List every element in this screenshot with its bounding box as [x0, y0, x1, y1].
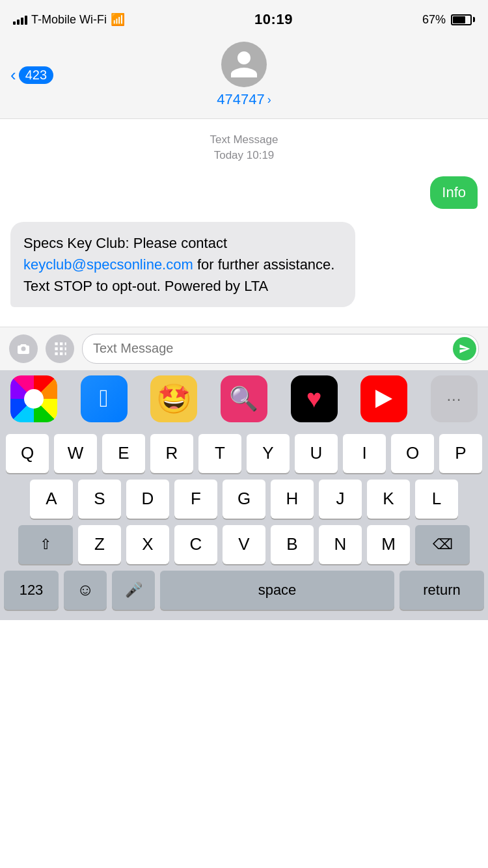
contact-info[interactable]: 474747 › — [217, 42, 271, 108]
photos-app-icon[interactable] — [10, 375, 57, 422]
keyboard-row-3: ⇧ Z X C V B N M ⌫ — [4, 525, 484, 564]
key-o[interactable]: O — [391, 434, 434, 473]
status-left: T-Mobile Wi-Fi 📶 — [13, 12, 125, 27]
battery-percent: 67% — [422, 13, 446, 27]
key-y[interactable]: Y — [247, 434, 290, 473]
navigation-header: ‹ 423 474747 › — [0, 35, 488, 119]
text-input-wrap — [82, 334, 479, 364]
key-w[interactable]: W — [54, 434, 97, 473]
appstore-icon:  — [100, 385, 109, 413]
key-a[interactable]: A — [30, 480, 73, 519]
key-e[interactable]: E — [102, 434, 145, 473]
key-n[interactable]: N — [319, 525, 362, 564]
back-count-badge: 423 — [19, 66, 53, 84]
carrier-label: T-Mobile Wi-Fi — [31, 13, 107, 27]
wifi-icon: 📶 — [111, 12, 125, 27]
signal-bars — [13, 14, 27, 25]
message-input[interactable] — [82, 334, 479, 364]
message-date: Text Message Today 10:19 — [10, 132, 478, 163]
person-icon — [228, 48, 260, 81]
sent-message-wrap: Info — [10, 176, 478, 209]
appstore-app-icon[interactable]:  — [81, 375, 128, 422]
back-chevron-icon: ‹ — [10, 65, 16, 85]
apps-icon — [51, 340, 68, 357]
status-bar: T-Mobile Wi-Fi 📶 10:19 67% — [0, 0, 488, 35]
key-r[interactable]: R — [150, 434, 193, 473]
search-app-icon[interactable]: 🔍 — [221, 375, 267, 422]
contact-number[interactable]: 474747 › — [217, 91, 271, 108]
keyboard-row-4: 123 ☺ 🎤 space return — [4, 571, 484, 610]
messages-container: Text Message Today 10:19 Info Specs Key … — [0, 119, 488, 314]
camera-button[interactable] — [9, 334, 38, 363]
keyboard-row-1: Q W E R T Y U I O P — [4, 434, 484, 473]
key-q[interactable]: Q — [6, 434, 49, 473]
battery-icon — [451, 14, 475, 25]
email-link[interactable]: keyclub@specsonline.com — [23, 256, 193, 273]
key-t[interactable]: T — [198, 434, 241, 473]
delete-key[interactable]: ⌫ — [415, 525, 470, 564]
input-bar — [0, 327, 488, 370]
microphone-key[interactable]: 🎤 — [112, 571, 155, 610]
numbers-key[interactable]: 123 — [4, 571, 59, 610]
send-icon — [459, 343, 470, 355]
status-right: 67% — [422, 13, 475, 27]
search-globe-icon: 🔍 — [229, 385, 258, 413]
send-button[interactable] — [453, 337, 476, 360]
camera-icon — [16, 341, 31, 357]
avatar — [221, 42, 267, 87]
youtube-app-icon[interactable] — [360, 375, 407, 422]
key-u[interactable]: U — [295, 434, 338, 473]
keyboard-row-2: A S D F G H J K L — [4, 480, 484, 519]
shift-key[interactable]: ⇧ — [18, 525, 73, 564]
key-d[interactable]: D — [126, 480, 169, 519]
youtube-play-icon — [375, 390, 392, 408]
return-key[interactable]: return — [400, 571, 484, 610]
memoji-emoji: 🤩 — [156, 382, 192, 416]
more-apps-button[interactable]: ··· — [431, 375, 478, 422]
space-key[interactable]: space — [160, 571, 394, 610]
keyboard: Q W E R T Y U I O P A S D F G H J K L ⇧ … — [0, 427, 488, 620]
key-v[interactable]: V — [223, 525, 265, 564]
key-i[interactable]: I — [343, 434, 386, 473]
time-label: 10:19 — [254, 11, 293, 28]
sent-message-text: Info — [442, 184, 466, 200]
app-suggestions-row:  🤩 🔍 ♥ ··· — [0, 370, 488, 427]
key-k[interactable]: K — [367, 480, 410, 519]
key-s[interactable]: S — [78, 480, 121, 519]
heart-icon: ♥ — [306, 384, 322, 413]
back-button[interactable]: ‹ 423 — [10, 65, 53, 85]
key-h[interactable]: H — [271, 480, 314, 519]
key-m[interactable]: M — [367, 525, 410, 564]
received-message-wrap: Specs Key Club: Please contact keyclub@s… — [10, 222, 478, 307]
key-f[interactable]: F — [174, 480, 217, 519]
phone-number: 474747 — [217, 91, 264, 108]
memoji-app-icon[interactable]: 🤩 — [150, 375, 197, 422]
key-p[interactable]: P — [439, 434, 482, 473]
health-app-icon[interactable]: ♥ — [291, 375, 338, 422]
key-g[interactable]: G — [223, 480, 265, 519]
sent-bubble: Info — [430, 176, 478, 209]
message-time-label: Today 10:19 — [10, 148, 478, 163]
key-j[interactable]: J — [319, 480, 362, 519]
more-dots-icon: ··· — [446, 390, 461, 408]
key-b[interactable]: B — [271, 525, 314, 564]
received-bubble: Specs Key Club: Please contact keyclub@s… — [10, 222, 355, 307]
emoji-key[interactable]: ☺ — [64, 571, 107, 610]
key-z[interactable]: Z — [78, 525, 121, 564]
appstore-button[interactable] — [46, 334, 74, 363]
message-type-label: Text Message — [10, 132, 478, 148]
key-c[interactable]: C — [174, 525, 217, 564]
key-l[interactable]: L — [415, 480, 458, 519]
chevron-right-icon: › — [267, 93, 271, 107]
key-x[interactable]: X — [126, 525, 169, 564]
